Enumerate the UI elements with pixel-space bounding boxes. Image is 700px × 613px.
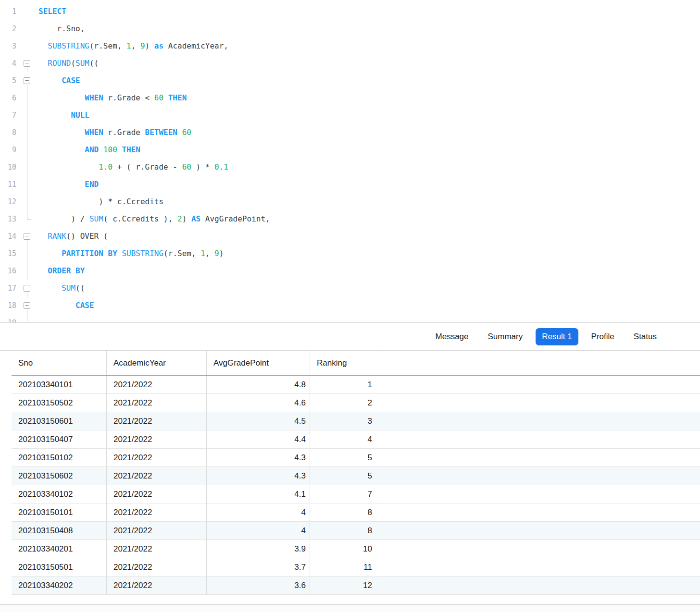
results-table-header: SnoAcademicYearAvgGradePointRanking	[12, 351, 700, 376]
cell-sno: 202103150501	[12, 558, 107, 576]
table-row[interactable]: 2021031501012021/202248	[12, 503, 700, 522]
sql-token-num: 60	[154, 93, 163, 102]
sql-token-num: 1	[200, 249, 205, 258]
table-row[interactable]: 2021033402022021/20223.612	[12, 576, 700, 595]
sql-token-id: )	[145, 41, 154, 50]
sql-token-kw: THEN	[122, 145, 140, 154]
column-header-avggradepoint[interactable]: AvgGradePoint	[207, 351, 310, 375]
column-header-sno[interactable]: Sno	[12, 351, 107, 375]
sql-token-fn: SUBSTRING	[38, 41, 89, 50]
fold-toggle-icon[interactable]: –	[17, 297, 37, 314]
sql-token-id: r.Grade <	[103, 93, 154, 102]
cell-ranking: 1	[310, 376, 382, 393]
fold-collapse-icon[interactable]: –	[24, 285, 30, 292]
sql-token-id	[117, 249, 122, 258]
table-row[interactable]: 2021031505022021/20224.62	[12, 394, 700, 412]
table-row[interactable]: 2021031504082021/202248	[12, 522, 700, 540]
table-row[interactable]: 2021031501022021/20224.35	[12, 449, 700, 467]
sql-token-id: ((	[89, 59, 99, 68]
cell-avggradepoint: 4.3	[207, 449, 310, 466]
fold-gutter	[17, 314, 37, 323]
code-text: NULL	[37, 107, 89, 124]
tab-profile[interactable]: Profile	[591, 332, 614, 342]
line-number: 13	[0, 210, 17, 228]
code-line: 3 SUBSTRING(r.Sem, 1, 9) as AcademicYear…	[0, 37, 700, 55]
cell-academicyear: 2021/2022	[107, 540, 207, 558]
fold-toggle-icon[interactable]: –	[17, 228, 37, 245]
fold-toggle-icon[interactable]: –	[17, 72, 37, 89]
fold-toggle-icon[interactable]: –	[17, 55, 37, 72]
tab-result-1[interactable]: Result 1	[536, 328, 578, 345]
table-row[interactable]: 2021031504072021/20224.44	[12, 430, 700, 449]
tab-status[interactable]: Status	[634, 332, 657, 342]
sql-token-kw: as	[154, 41, 163, 50]
fold-gutter	[17, 141, 37, 159]
tab-message[interactable]: Message	[436, 332, 469, 342]
fold-toggle-icon[interactable]: –	[17, 280, 37, 297]
column-header-ranking[interactable]: Ranking	[310, 351, 382, 375]
fold-collapse-icon[interactable]: –	[24, 302, 30, 309]
fold-collapse-icon[interactable]: –	[24, 60, 30, 67]
line-number: 19	[0, 314, 17, 323]
line-number: 4	[0, 55, 17, 72]
sql-token-id: r.Grade	[103, 128, 145, 137]
cell-academicyear: 2021/2022	[107, 576, 207, 594]
sql-editor[interactable]: 1SELECT2 r.Sno,3 SUBSTRING(r.Sem, 1, 9) …	[0, 0, 700, 323]
cell-avggradepoint: 4.6	[207, 394, 310, 412]
code-text: PARTITION BY SUBSTRING(r.Sem, 1, 9)	[37, 245, 224, 262]
fold-collapse-icon[interactable]: –	[24, 77, 30, 84]
sql-token-id	[38, 162, 99, 172]
cell-sno: 202103150408	[12, 522, 107, 539]
tab-summary[interactable]: Summary	[488, 332, 523, 342]
line-number: 16	[0, 262, 17, 280]
table-row[interactable]: 2021033401012021/20224.81	[12, 376, 700, 394]
fold-gutter	[17, 193, 37, 210]
cell-avggradepoint: 4.3	[207, 467, 310, 485]
sql-token-fn: RANK	[38, 232, 66, 241]
cell-ranking: 5	[310, 449, 382, 466]
fold-gutter	[17, 245, 37, 262]
sql-token-fn: SUM	[75, 59, 89, 68]
table-row[interactable]: 2021031505012021/20223.711	[12, 558, 700, 576]
cell-academicyear: 2021/2022	[107, 412, 207, 430]
line-number: 15	[0, 245, 17, 262]
sql-token-id: ,	[131, 41, 140, 50]
code-line: 13 ) / SUM( c.Ccredits ), 2) AS AvgGrade…	[0, 210, 700, 228]
cell-academicyear: 2021/2022	[107, 430, 207, 448]
sql-token-kw: BETWEEN	[145, 128, 177, 137]
cell-avggradepoint: 4	[207, 522, 310, 539]
code-text	[37, 314, 38, 323]
column-header-academicyear[interactable]: AcademicYear	[107, 351, 207, 375]
fold-gutter	[17, 176, 37, 193]
sql-token-num: 1.0	[99, 162, 112, 172]
cell-ranking: 10	[310, 540, 382, 558]
fold-collapse-icon[interactable]: –	[24, 233, 30, 240]
cell-sno: 202103150502	[12, 394, 107, 412]
sql-token-kw: ORDER BY	[38, 266, 85, 275]
sql-token-id	[99, 145, 103, 154]
code-line: 1SELECT	[0, 3, 700, 20]
line-number: 17	[0, 280, 17, 297]
code-text: SUM((	[37, 280, 85, 297]
table-row[interactable]: 2021031506012021/20224.53	[12, 412, 700, 430]
sql-token-id: (	[71, 59, 75, 68]
table-row[interactable]: 2021033402012021/20223.910	[12, 540, 700, 558]
sql-token-kw: AS	[191, 214, 200, 223]
cell-sno: 202103150101	[12, 503, 107, 521]
sql-token-num: 100	[103, 145, 117, 154]
code-line: 19	[0, 314, 700, 323]
cell-avggradepoint: 4	[207, 503, 310, 521]
line-number: 18	[0, 297, 17, 314]
code-line: 8 WHEN r.Grade BETWEEN 60	[0, 124, 700, 141]
code-text: ) / SUM( c.Ccredits ), 2) AS AvgGradePoi…	[37, 210, 270, 228]
code-line: 18– CASE	[0, 297, 700, 314]
cell-academicyear: 2021/2022	[107, 467, 207, 485]
code-line: 9 AND 100 THEN	[0, 141, 700, 159]
sql-token-num: 1	[126, 41, 131, 50]
line-number: 5	[0, 72, 17, 89]
table-row[interactable]: 2021033401022021/20224.17	[12, 485, 700, 503]
sql-token-id: ) /	[38, 214, 89, 223]
table-row[interactable]: 2021031506022021/20224.35	[12, 467, 700, 485]
sql-token-id: (r.Sem,	[89, 41, 126, 50]
cell-sno: 202103340201	[12, 540, 107, 558]
